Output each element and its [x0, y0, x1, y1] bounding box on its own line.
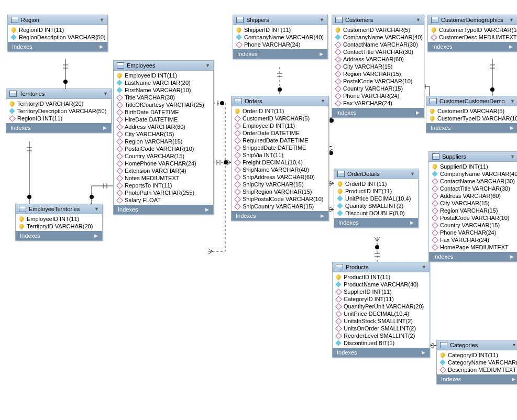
column[interactable]: ContactName VARCHAR(30)	[429, 178, 517, 185]
column[interactable]: Description MEDIUMTEXT	[437, 366, 517, 373]
column[interactable]: EmployeeID INT(11)	[16, 215, 102, 223]
column[interactable]: CustomerDesc MEDIUMTEXT	[428, 34, 517, 41]
column[interactable]: Phone VARCHAR(24)	[429, 229, 517, 236]
column[interactable]: PostalCode VARCHAR(10)	[332, 78, 424, 85]
expand-icon[interactable]: ▶	[94, 233, 98, 238]
table-header[interactable]: OrderDetails▼	[334, 169, 418, 179]
table-orders[interactable]: Orders▼OrderID INT(11)CustomerID VARCHAR…	[231, 96, 329, 221]
table-header[interactable]: Suppliers▼	[429, 152, 517, 162]
column[interactable]: RegionID INT(11)	[6, 115, 111, 122]
column[interactable]: Freight DECIMAL(10,4)	[232, 159, 328, 166]
column[interactable]: Notes MEDIUMTEXT	[114, 174, 213, 182]
column[interactable]: UnitsOnOrder SMALLINT(2)	[333, 325, 430, 332]
column[interactable]: SupplierID INT(11)	[429, 163, 517, 170]
collapse-icon[interactable]: ▼	[512, 342, 516, 348]
table-header[interactable]: Customers▼	[332, 15, 424, 25]
table-header[interactable]: Products▼	[333, 262, 430, 272]
expand-icon[interactable]: ▶	[410, 220, 414, 225]
column[interactable]: ReorderLevel SMALLINT(2)	[333, 332, 430, 339]
table-customercustomerdemo[interactable]: CustomerCustomerDemo▼CustomerID VARCHAR(…	[426, 96, 517, 133]
column[interactable]: CompanyName VARCHAR(40)	[332, 34, 424, 41]
column[interactable]: TerritoryDescription VARCHAR(50)	[6, 107, 111, 115]
column[interactable]: UnitPrice DECIMAL(10,4)	[334, 195, 418, 202]
column[interactable]: ProductID INT(11)	[334, 187, 418, 195]
column[interactable]: ContactTitle VARCHAR(30)	[429, 185, 517, 192]
column[interactable]: City VARCHAR(15)	[114, 130, 213, 138]
column[interactable]: FirstName VARCHAR(10)	[114, 86, 213, 94]
column[interactable]: Region VARCHAR(15)	[429, 207, 517, 214]
column[interactable]: Country VARCHAR(15)	[429, 222, 517, 229]
column[interactable]: Address VARCHAR(60)	[332, 56, 424, 63]
column[interactable]: Address VARCHAR(60)	[429, 192, 517, 200]
table-header[interactable]: EmployeeTerritories▼	[16, 204, 102, 214]
collapse-icon[interactable]: ▼	[321, 98, 325, 104]
column[interactable]: Quantity SMALLINT(2)	[334, 202, 418, 209]
table-header[interactable]: Employees▼	[114, 61, 213, 71]
column[interactable]: CategoryName VARCHAR(15)	[437, 359, 517, 366]
column[interactable]: TitleOfCourtesy VARCHAR(25)	[114, 101, 213, 108]
table-header[interactable]: Orders▼	[232, 96, 328, 106]
column[interactable]: TerritoryID VARCHAR(20)	[16, 223, 102, 230]
indexes-bar[interactable]: Indexes▶	[233, 49, 327, 59]
column[interactable]: Region VARCHAR(15)	[114, 138, 213, 145]
expand-icon[interactable]: ▶	[103, 125, 107, 130]
table-employeeterritories[interactable]: EmployeeTerritories▼EmployeeID INT(11)Te…	[15, 204, 103, 241]
column[interactable]: HireDate DATETIME	[114, 116, 213, 123]
column[interactable]: OrderID INT(11)	[334, 180, 418, 187]
collapse-icon[interactable]: ▼	[509, 17, 514, 23]
column[interactable]: ShipCity VARCHAR(15)	[232, 181, 328, 188]
column[interactable]: ShipCountry VARCHAR(15)	[232, 203, 328, 210]
table-header[interactable]: Categories▼	[437, 340, 517, 350]
column[interactable]: UnitsInStock SMALLINT(2)	[333, 317, 430, 325]
indexes-bar[interactable]: Indexes▶	[114, 205, 213, 214]
collapse-icon[interactable]: ▼	[510, 98, 515, 104]
collapse-icon[interactable]: ▼	[205, 63, 210, 68]
indexes-bar[interactable]: Indexes▶	[426, 123, 517, 132]
column[interactable]: Country VARCHAR(15)	[114, 152, 213, 160]
expand-icon[interactable]: ▶	[512, 377, 515, 382]
column[interactable]: PostalCode VARCHAR(10)	[114, 145, 213, 152]
column[interactable]: CompanyName VARCHAR(40)	[429, 170, 517, 178]
column[interactable]: EmployeeID INT(11)	[114, 72, 213, 79]
column[interactable]: Discount DOUBLE(8,0)	[334, 209, 418, 217]
column[interactable]: OrderDate DATETIME	[232, 129, 328, 137]
column[interactable]: RegionID INT(11)	[8, 26, 107, 34]
column[interactable]: CustomerID VARCHAR(5)	[332, 26, 424, 34]
collapse-icon[interactable]: ▼	[422, 264, 426, 270]
table-products[interactable]: Products▼ProductID INT(11)ProductName VA…	[332, 262, 430, 358]
table-header[interactable]: Territories▼	[6, 89, 111, 99]
column[interactable]: Phone VARCHAR(24)	[233, 41, 327, 48]
indexes-bar[interactable]: Indexes▶	[6, 123, 111, 132]
column[interactable]: Country VARCHAR(15)	[332, 85, 424, 92]
table-suppliers[interactable]: Suppliers▼SupplierID INT(11)CompanyName …	[428, 151, 517, 262]
expand-icon[interactable]: ▶	[416, 110, 420, 115]
indexes-bar[interactable]: Indexes▶	[8, 42, 107, 51]
column[interactable]: ProductName VARCHAR(40)	[333, 281, 430, 288]
column[interactable]: PostalCode VARCHAR(10)	[429, 214, 517, 222]
column[interactable]: RegionDescription VARCHAR(50)	[8, 34, 107, 41]
column[interactable]: TerritoryID VARCHAR(20)	[6, 100, 111, 107]
table-categories[interactable]: Categories▼CategoryID INT(11)CategoryNam…	[436, 340, 517, 384]
column[interactable]: UnitPrice DECIMAL(10,4)	[333, 310, 430, 317]
column[interactable]: OrderID INT(11)	[232, 107, 328, 115]
collapse-icon[interactable]: ▼	[320, 17, 324, 23]
indexes-bar[interactable]: Indexes▶	[16, 231, 102, 240]
column[interactable]: ShipRegion VARCHAR(15)	[232, 188, 328, 195]
column[interactable]: CategoryID INT(11)	[333, 295, 430, 303]
column[interactable]: CompanyName VARCHAR(40)	[233, 34, 327, 41]
table-header[interactable]: Shippers▼	[233, 15, 327, 25]
column[interactable]: ShippedDate DATETIME	[232, 144, 328, 151]
column[interactable]: RequiredDate DATETIME	[232, 137, 328, 144]
column[interactable]: HomePhone VARCHAR(24)	[114, 160, 213, 167]
column[interactable]: ShipVia INT(11)	[232, 151, 328, 159]
collapse-icon[interactable]: ▼	[510, 154, 515, 159]
collapse-icon[interactable]: ▼	[103, 91, 108, 96]
indexes-bar[interactable]: Indexes▶	[437, 374, 517, 384]
column[interactable]: Salary FLOAT	[114, 196, 213, 204]
table-region[interactable]: Region▼RegionID INT(11)RegionDescription…	[7, 15, 108, 52]
column[interactable]: LastName VARCHAR(20)	[114, 79, 213, 86]
column[interactable]: City VARCHAR(15)	[429, 200, 517, 207]
column[interactable]: SupplierID INT(11)	[333, 288, 430, 295]
expand-icon[interactable]: ▶	[422, 350, 425, 355]
column[interactable]: City VARCHAR(15)	[332, 63, 424, 70]
